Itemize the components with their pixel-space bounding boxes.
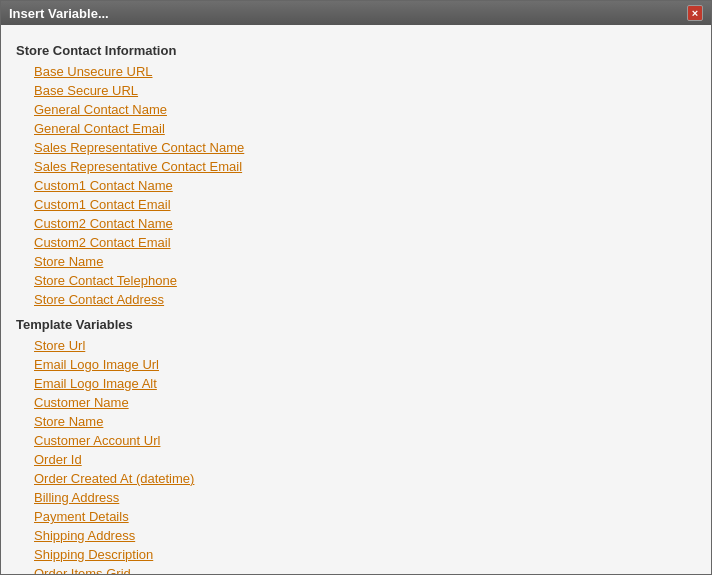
variable-link-template-variables-12[interactable]: Order Items Grid [16, 564, 696, 574]
variable-link-store-contact-info-3[interactable]: General Contact Email [16, 119, 696, 138]
dialog-title: Insert Variable... [9, 6, 109, 21]
variable-link-template-variables-5[interactable]: Customer Account Url [16, 431, 696, 450]
variable-link-store-contact-info-0[interactable]: Base Unsecure URL [16, 62, 696, 81]
variable-link-template-variables-1[interactable]: Email Logo Image Url [16, 355, 696, 374]
variable-link-store-contact-info-8[interactable]: Custom2 Contact Name [16, 214, 696, 233]
variable-link-store-contact-info-5[interactable]: Sales Representative Contact Email [16, 157, 696, 176]
section-header-store-contact-info: Store Contact Information [16, 43, 696, 58]
variable-link-template-variables-3[interactable]: Customer Name [16, 393, 696, 412]
variable-link-template-variables-8[interactable]: Billing Address [16, 488, 696, 507]
variable-link-template-variables-9[interactable]: Payment Details [16, 507, 696, 526]
variable-link-store-contact-info-9[interactable]: Custom2 Contact Email [16, 233, 696, 252]
variable-link-store-contact-info-1[interactable]: Base Secure URL [16, 81, 696, 100]
variable-link-store-contact-info-4[interactable]: Sales Representative Contact Name [16, 138, 696, 157]
close-button[interactable]: × [687, 5, 703, 21]
variable-link-store-contact-info-10[interactable]: Store Name [16, 252, 696, 271]
variable-link-template-variables-7[interactable]: Order Created At (datetime) [16, 469, 696, 488]
variable-link-template-variables-2[interactable]: Email Logo Image Alt [16, 374, 696, 393]
section-header-template-variables: Template Variables [16, 317, 696, 332]
variable-link-store-contact-info-7[interactable]: Custom1 Contact Email [16, 195, 696, 214]
insert-variable-dialog: Insert Variable... × Store Contact Infor… [0, 0, 712, 575]
variable-link-template-variables-11[interactable]: Shipping Description [16, 545, 696, 564]
variable-link-template-variables-10[interactable]: Shipping Address [16, 526, 696, 545]
close-icon: × [692, 7, 698, 19]
variable-link-template-variables-0[interactable]: Store Url [16, 336, 696, 355]
dialog-title-bar: Insert Variable... × [1, 1, 711, 25]
variable-link-store-contact-info-6[interactable]: Custom1 Contact Name [16, 176, 696, 195]
variable-link-template-variables-6[interactable]: Order Id [16, 450, 696, 469]
dialog-content: Store Contact InformationBase Unsecure U… [1, 25, 711, 574]
variable-link-store-contact-info-12[interactable]: Store Contact Address [16, 290, 696, 309]
variable-link-store-contact-info-11[interactable]: Store Contact Telephone [16, 271, 696, 290]
variable-link-store-contact-info-2[interactable]: General Contact Name [16, 100, 696, 119]
variable-link-template-variables-4[interactable]: Store Name [16, 412, 696, 431]
